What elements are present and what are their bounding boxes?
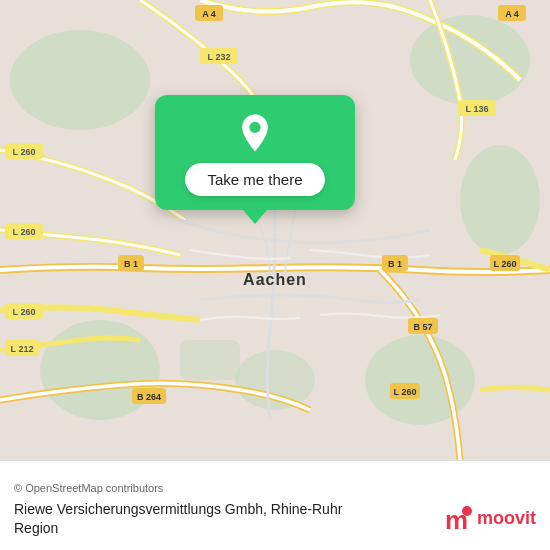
svg-text:A 4: A 4 — [202, 9, 216, 19]
svg-point-1 — [10, 30, 150, 130]
svg-text:B 1: B 1 — [124, 259, 138, 269]
location-pin-icon — [235, 113, 275, 153]
svg-text:B 1: B 1 — [388, 259, 402, 269]
svg-point-4 — [365, 335, 475, 425]
svg-text:L 136: L 136 — [466, 104, 489, 114]
svg-text:Aachen: Aachen — [243, 271, 307, 288]
moovit-logo: m moovit — [441, 503, 536, 535]
place-name: Riewe Versicherungsvermittlungs Gmbh, Rh… — [14, 500, 441, 536]
footer: © OpenStreetMap contributors Riewe Versi… — [0, 460, 550, 550]
svg-text:L 260: L 260 — [13, 227, 36, 237]
popup-balloon: Take me there — [155, 95, 355, 210]
svg-text:L 260: L 260 — [13, 307, 36, 317]
place-name-text: Riewe Versicherungsvermittlungs Gmbh, Rh… — [14, 501, 342, 535]
copyright-text: © OpenStreetMap contributors — [14, 482, 536, 494]
svg-text:L 232: L 232 — [208, 52, 231, 62]
moovit-icon: m — [441, 503, 473, 535]
svg-text:L 260: L 260 — [394, 387, 417, 397]
svg-point-5 — [40, 320, 160, 420]
svg-text:A 4: A 4 — [505, 9, 519, 19]
svg-rect-7 — [180, 340, 240, 380]
svg-point-2 — [410, 15, 530, 105]
moovit-wordmark: moovit — [477, 508, 536, 529]
svg-point-38 — [249, 122, 260, 133]
svg-text:L 260: L 260 — [13, 147, 36, 157]
map-container[interactable]: A 4 A 4 L 232 L 136 L 260 L 260 L 260 B … — [0, 0, 550, 460]
svg-text:B 264: B 264 — [137, 392, 161, 402]
svg-text:L 260: L 260 — [494, 259, 517, 269]
svg-point-6 — [235, 350, 315, 410]
svg-point-41 — [462, 506, 472, 516]
take-me-there-button[interactable]: Take me there — [185, 163, 324, 196]
svg-text:L 212: L 212 — [11, 344, 34, 354]
svg-text:B 57: B 57 — [413, 322, 432, 332]
svg-point-3 — [460, 145, 540, 255]
footer-row: Riewe Versicherungsvermittlungs Gmbh, Rh… — [14, 500, 536, 536]
map-svg: A 4 A 4 L 232 L 136 L 260 L 260 L 260 B … — [0, 0, 550, 460]
